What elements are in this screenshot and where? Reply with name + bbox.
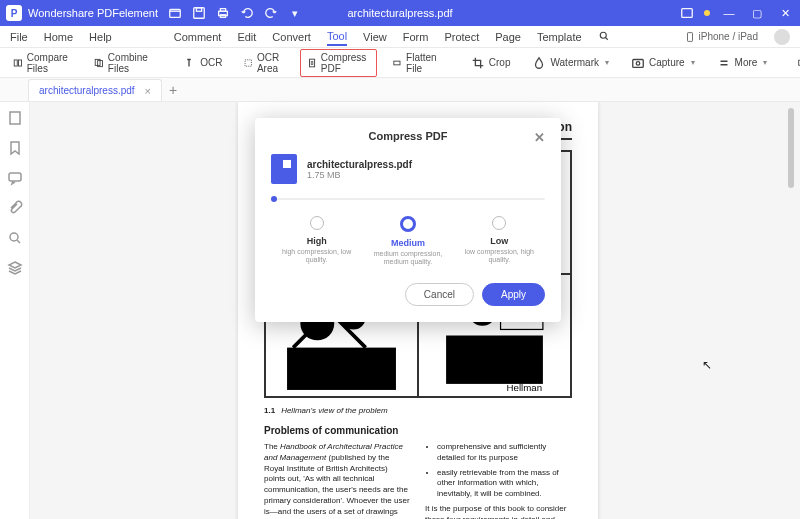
bookmark-icon[interactable] — [7, 140, 23, 156]
menu-page[interactable]: Page — [495, 31, 521, 43]
chevron-down-icon: ▾ — [605, 58, 609, 67]
tool-more[interactable]: More▾ — [710, 53, 775, 73]
tab-strip: architecturalpress.pdf × + — [0, 78, 800, 102]
tool-capture[interactable]: Capture▾ — [624, 53, 702, 73]
capture-icon — [631, 56, 645, 70]
ocr-icon — [182, 56, 196, 70]
apply-button[interactable]: Apply — [482, 283, 545, 306]
ocr-area-icon — [244, 56, 253, 70]
tool-flatten-file[interactable]: Flatten File — [385, 49, 448, 77]
titlebar-document-name: architecturalpress.pdf — [347, 7, 452, 19]
tool-ocr-area[interactable]: OCR Area — [237, 49, 291, 77]
dialog-close-button[interactable]: ✕ — [534, 130, 545, 145]
menu-protect[interactable]: Protect — [444, 31, 479, 43]
open-icon[interactable] — [168, 6, 182, 20]
menu-template[interactable]: Template — [537, 31, 582, 43]
layers-icon[interactable] — [7, 260, 23, 276]
save-icon[interactable] — [192, 6, 206, 20]
menu-bar: File Home Help Comment Edit Convert Tool… — [0, 26, 800, 48]
figure-caption: 1.1Hellman's view of the problem — [264, 406, 572, 415]
menu-help[interactable]: Help — [89, 31, 112, 43]
title-bar: P Wondershare PDFelement ▾ architectural… — [0, 0, 800, 26]
option-low[interactable]: Low low compression, high quality. — [459, 216, 539, 267]
document-tab[interactable]: architecturalpress.pdf × — [28, 79, 162, 101]
notification-dot-icon — [704, 10, 710, 16]
annotations-icon[interactable] — [7, 170, 23, 186]
svg-rect-15 — [394, 61, 400, 65]
svg-rect-8 — [687, 32, 692, 41]
svg-rect-33 — [446, 336, 543, 384]
menu-view[interactable]: View — [363, 31, 387, 43]
print-icon[interactable] — [216, 6, 230, 20]
menu-convert[interactable]: Convert — [272, 31, 311, 43]
undo-icon[interactable] — [240, 6, 254, 20]
radio-icon — [492, 216, 506, 230]
search-icon[interactable] — [598, 30, 610, 44]
vertical-scrollbar[interactable] — [788, 108, 794, 188]
watermark-icon — [532, 56, 546, 70]
close-window-button[interactable]: ✕ — [776, 7, 794, 20]
more-icon — [717, 56, 731, 70]
cancel-button[interactable]: Cancel — [405, 283, 474, 306]
tool-watermark[interactable]: Watermark▾ — [525, 53, 616, 73]
chevron-down-icon: ▾ — [691, 58, 695, 67]
tool-crop[interactable]: Crop — [464, 53, 518, 73]
progress-indicator — [271, 198, 545, 200]
svg-rect-10 — [18, 59, 21, 65]
file-info: architecturalpress.pdf 1.75 MB — [271, 154, 545, 184]
svg-point-7 — [600, 32, 606, 38]
tool-combine-files[interactable]: Combine Files — [87, 49, 159, 77]
crop-icon — [471, 56, 485, 70]
svg-text:Hellman: Hellman — [507, 382, 542, 393]
mouse-cursor-icon: ↖ — [702, 358, 712, 372]
file-name: architecturalpress.pdf — [307, 159, 412, 170]
body-columns: The Handbook of Architectural Practice a… — [264, 442, 572, 519]
compress-icon — [307, 56, 317, 70]
toolbar: Compare Files Combine Files OCR OCR Area… — [0, 48, 800, 78]
option-medium[interactable]: Medium medium compression, medium qualit… — [368, 216, 448, 267]
side-panel — [0, 102, 30, 519]
tool-compare-files[interactable]: Compare Files — [6, 49, 79, 77]
svg-rect-1 — [194, 8, 205, 19]
tool-ocr[interactable]: OCR — [175, 53, 229, 73]
maximize-button[interactable]: ▢ — [748, 7, 766, 20]
chevron-down-icon: ▾ — [763, 58, 767, 67]
user-avatar[interactable] — [774, 29, 790, 45]
svg-rect-4 — [220, 9, 225, 12]
redo-icon[interactable] — [264, 6, 278, 20]
minimize-button[interactable]: — — [720, 7, 738, 19]
flatten-icon — [392, 56, 402, 70]
screenshot-icon[interactable] — [680, 6, 694, 20]
svg-rect-30 — [287, 348, 396, 390]
combine-icon — [94, 56, 104, 70]
app-logo: P — [6, 5, 22, 21]
new-tab-button[interactable]: + — [162, 79, 184, 101]
menu-tool[interactable]: Tool — [327, 30, 347, 46]
file-size: 1.75 MB — [307, 170, 412, 180]
svg-point-22 — [10, 233, 18, 241]
compress-pdf-dialog: Compress PDF ✕ architecturalpress.pdf 1.… — [255, 118, 561, 322]
svg-rect-6 — [682, 9, 693, 18]
menu-home[interactable]: Home — [44, 31, 73, 43]
svg-rect-2 — [196, 8, 201, 12]
tool-compress-pdf[interactable]: Compress PDF — [300, 49, 378, 77]
iphone-ipad-link[interactable]: iPhone / iPad — [685, 31, 759, 43]
menu-comment[interactable]: Comment — [174, 31, 222, 43]
dropdown-icon[interactable]: ▾ — [288, 6, 302, 20]
menu-edit[interactable]: Edit — [237, 31, 256, 43]
menu-form[interactable]: Form — [403, 31, 429, 43]
menu-file[interactable]: File — [10, 31, 28, 43]
compare-icon — [13, 56, 23, 70]
compression-options: High high compression, low quality. Medi… — [271, 216, 545, 267]
option-high[interactable]: High high compression, low quality. — [277, 216, 357, 267]
app-name: Wondershare PDFelement — [28, 7, 158, 19]
search-panel-icon[interactable] — [7, 230, 23, 246]
section-title: Problems of communication — [264, 425, 572, 436]
attachments-icon[interactable] — [7, 200, 23, 216]
tool-batch-process[interactable]: Batch Process — [790, 49, 800, 77]
tab-close-icon[interactable]: × — [145, 85, 151, 97]
svg-rect-16 — [633, 59, 644, 67]
svg-rect-20 — [10, 112, 20, 124]
thumbnails-icon[interactable] — [7, 110, 23, 126]
radio-icon — [400, 216, 416, 232]
